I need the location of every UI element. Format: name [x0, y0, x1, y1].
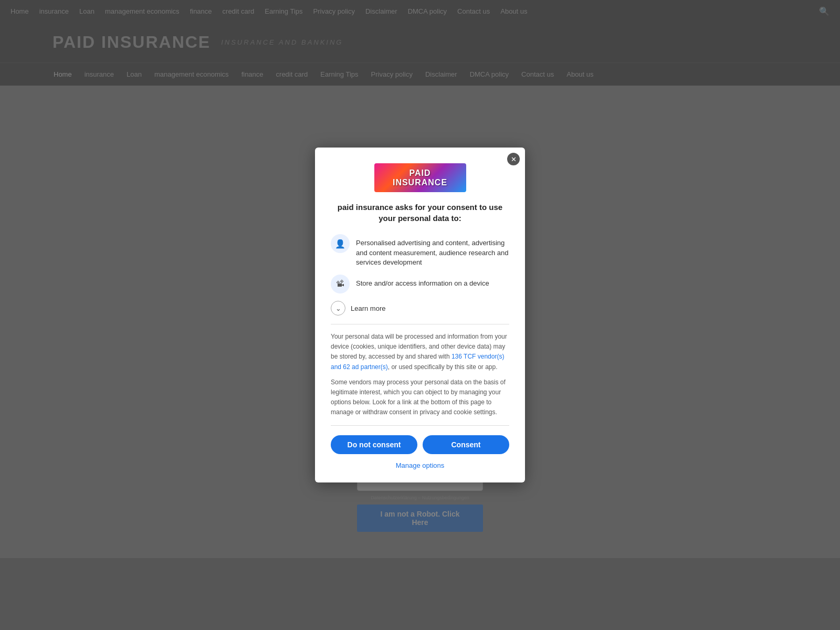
consent-storage-text: Store and/or access information on a dev… [356, 275, 489, 288]
consent-modal: ✕ PAIDINSURANCE paid insurance asks for … [315, 148, 525, 482]
storage-icon: 📽 [331, 275, 350, 293]
learn-more-button[interactable]: ⌄ [331, 301, 345, 316]
modal-close-button[interactable]: ✕ [507, 153, 520, 165]
divider [331, 324, 509, 324]
privacy-text-2: Some vendors may process your personal d… [331, 377, 509, 418]
modal-logo: PAIDINSURANCE [331, 163, 509, 192]
modal-title: paid insurance asks for your consent to … [331, 202, 509, 224]
divider-2 [331, 425, 509, 426]
manage-options-link[interactable]: Manage options [331, 461, 509, 469]
consent-item-storage: 📽 Store and/or access information on a d… [331, 275, 509, 293]
do-not-consent-button[interactable]: Do not consent [331, 435, 417, 454]
learn-more-row: ⌄ Learn more [331, 301, 509, 316]
consent-advertising-text: Personalised advertising and content, ad… [356, 234, 509, 267]
privacy-text-after-link: , or used specifically by this site or a… [388, 363, 498, 371]
privacy-text-1: Your personal data will be processed and… [331, 332, 509, 372]
learn-more-label: Learn more [351, 304, 385, 312]
consent-overlay: ✕ PAIDINSURANCE paid insurance asks for … [0, 0, 840, 630]
consent-button[interactable]: Consent [423, 435, 509, 454]
consent-item-advertising: 👤 Personalised advertising and content, … [331, 234, 509, 267]
advertising-icon: 👤 [331, 234, 350, 253]
consent-button-row: Do not consent Consent [331, 435, 509, 454]
modal-logo-image: PAIDINSURANCE [374, 163, 466, 192]
modal-logo-text: PAIDINSURANCE [393, 169, 447, 187]
